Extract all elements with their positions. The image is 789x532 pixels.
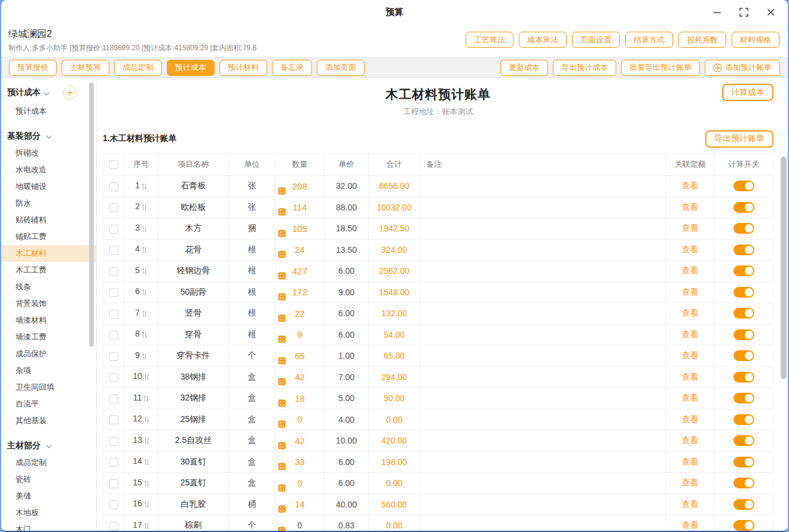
export-bill-button[interactable]: 导出预计账单 [705,130,773,148]
calculator-icon[interactable] [278,250,286,258]
calc-toggle[interactable] [733,435,754,446]
calc-toggle[interactable] [733,520,754,531]
sort-icon[interactable] [144,373,149,383]
row-checkbox[interactable] [109,246,118,255]
sidebar-item[interactable]: 木地板 [1,505,96,521]
row-checkbox[interactable] [109,437,118,446]
header-action-button[interactable]: 结算方式 [625,32,673,48]
calc-toggle[interactable] [733,457,754,467]
sidebar-item[interactable]: 瓷砖 [1,471,96,488]
calc-toggle[interactable] [733,414,754,425]
sidebar-item[interactable]: 木工工费 [1,262,96,279]
toolbar-tab[interactable]: 预计材料 [219,60,267,76]
quantity-value[interactable]: 172 [292,287,307,297]
toolbar-action-button[interactable]: 批量导出预计账单 [621,60,700,76]
view-link[interactable]: 查看 [682,393,699,402]
minimize-button[interactable] [704,0,730,24]
view-link[interactable]: 查看 [682,202,699,212]
note-cell[interactable] [420,324,666,346]
sort-icon[interactable] [144,458,149,467]
toolbar-action-button[interactable]: 更新成本 [500,60,548,76]
row-checkbox[interactable] [109,373,118,382]
view-link[interactable]: 查看 [682,265,699,275]
sort-icon[interactable] [144,522,149,531]
toolbar-action-button[interactable]: 导出预计成本 [553,60,616,76]
row-checkbox[interactable] [109,458,118,467]
calculator-icon[interactable] [278,378,286,386]
note-cell[interactable] [420,303,666,325]
quantity-value[interactable]: 114 [293,202,307,212]
header-action-button[interactable]: 页面设置 [572,32,620,48]
view-link[interactable]: 查看 [682,435,699,445]
calculator-icon[interactable] [278,527,286,531]
toolbar-tab[interactable]: 主材预算 [62,60,109,76]
header-action-button[interactable]: 损耗系数 [678,32,726,48]
quantity-value[interactable]: 42 [295,436,305,446]
header-action-button[interactable]: 工艺算法 [466,32,513,48]
toolbar-tab[interactable]: 添加页面 [317,60,365,76]
sort-icon[interactable] [143,395,149,404]
sidebar-item[interactable]: 背景装饰 [1,295,96,312]
calculator-icon[interactable] [278,314,286,322]
quantity-value[interactable]: 42 [295,372,305,382]
calc-toggle[interactable] [733,244,754,255]
sort-icon[interactable] [142,288,147,298]
quantity-value[interactable]: 0 [297,414,302,424]
sidebar-item[interactable]: 杂项 [1,362,96,379]
view-link[interactable]: 查看 [682,181,699,190]
sidebar-item[interactable]: 地暖铺设 [1,178,96,195]
note-cell[interactable] [420,239,666,261]
sidebar-item[interactable]: 防水 [1,195,96,212]
toolbar-tab[interactable]: 预计成本 [167,60,215,76]
calc-toggle[interactable] [733,372,754,383]
quantity-value[interactable]: 18 [295,393,305,403]
sidebar-item[interactable]: 预计成本 [1,103,96,120]
sort-icon[interactable] [142,182,147,192]
quantity-value[interactable]: 427 [292,266,307,276]
sidebar-item[interactable]: 贴砖辅料 [1,212,96,228]
header-action-button[interactable]: 成本算法 [519,32,567,48]
main-scrollbar[interactable] [781,157,787,379]
sidebar-item[interactable]: 卫生间回填 [1,379,96,396]
row-checkbox[interactable] [109,331,118,340]
view-link[interactable]: 查看 [682,499,699,509]
row-checkbox[interactable] [109,203,118,212]
sidebar-item[interactable]: 成品定制 [1,454,96,471]
add-group-button[interactable] [63,85,77,100]
sidebar-scrollbar[interactable] [89,82,94,347]
sidebar-item[interactable]: 木工材料 [1,245,96,262]
sort-icon[interactable] [144,415,149,425]
calc-toggle[interactable] [733,350,754,361]
calculator-icon[interactable] [278,442,286,450]
calculator-icon[interactable] [278,357,286,365]
quantity-value[interactable]: 105 [292,224,307,234]
toolbar-action-button[interactable]: 添加预计账单 [705,60,780,76]
calc-toggle[interactable] [733,265,754,276]
row-checkbox[interactable] [109,415,118,424]
calculator-icon[interactable] [278,505,286,513]
quantity-value[interactable]: 24 [295,244,305,255]
quantity-value[interactable]: 0 [297,478,302,488]
calc-toggle[interactable] [733,181,754,191]
row-checkbox[interactable] [109,310,118,319]
sort-icon[interactable] [142,310,147,319]
row-checkbox[interactable] [109,479,118,488]
sort-icon[interactable] [142,331,147,340]
sidebar-item[interactable]: 铺贴工费 [1,228,96,245]
calc-toggle[interactable] [733,202,754,213]
calculator-icon[interactable] [278,484,286,492]
quantity-value[interactable]: 0 [298,521,302,530]
calc-toggle[interactable] [733,393,754,403]
sidebar-item[interactable]: 拆砌改 [1,145,96,161]
toolbar-tab[interactable]: 预算报价 [9,60,57,76]
view-link[interactable]: 查看 [682,520,699,530]
note-cell[interactable] [420,282,666,303]
calculator-icon[interactable] [278,420,286,428]
sort-icon[interactable] [144,437,149,447]
note-cell[interactable] [420,366,666,388]
view-link[interactable]: 查看 [682,244,699,254]
sidebar-item[interactable]: 基装部分 [1,127,96,145]
sidebar-item[interactable]: 墙漆工费 [1,329,96,346]
row-checkbox[interactable] [109,352,118,361]
calc-toggle[interactable] [733,478,754,488]
